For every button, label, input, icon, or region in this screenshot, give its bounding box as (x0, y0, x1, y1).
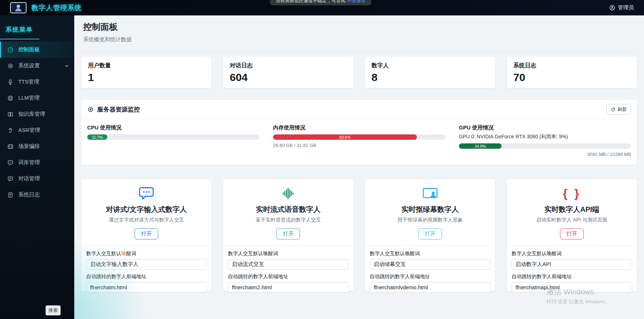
sidebar-item-llm[interactable]: LLM管理 (0, 90, 74, 106)
app-logo (10, 2, 27, 13)
stat-label: 对话日志 (230, 62, 347, 70)
resource-monitor-body: CPU 使用情况 11.7% 内存使用情况 83.6% 26.60 GB / 3… (81, 119, 637, 165)
memory-usage-label: 内存使用情况 (273, 124, 445, 131)
sidebar: 系统菜单 控制面板 系统设置 TTS管理 (0, 15, 74, 319)
memory-usage-percent: 83.6% (339, 135, 351, 139)
sidebar-item-knowledge-base[interactable]: 知识库管理 (0, 106, 74, 122)
memory-usage-column: 内存使用情况 83.6% 26.60 GB / 31.82 GB (273, 124, 445, 157)
frontend-url-label: 自动跳转的数字人前端地址 (512, 273, 632, 280)
wake-word-input[interactable] (228, 259, 348, 270)
frontend-url-input[interactable] (228, 282, 348, 292)
feature-title: 实时数字人API端 (513, 205, 631, 214)
sidebar-item-tts[interactable]: TTS管理 (0, 74, 74, 90)
search-button[interactable]: 搜索 (46, 305, 61, 315)
open-button[interactable]: 打开 (560, 228, 584, 239)
sidebar-item-system-settings[interactable]: 系统设置 (0, 58, 74, 74)
resource-monitor-header: 服务器资源监控 刷新 (81, 100, 637, 119)
stat-value: 604 (230, 71, 347, 84)
feature-card-streaming-voice: 实时流式语音数字人 基于实时语音流的数字人交互 打开 数字人交互默认唤醒词 自动… (223, 179, 353, 291)
gpu-memory-percent: 24.8% (475, 144, 486, 148)
main-content: 控制面板 系统概览和统计数据 用户数量 1 对话日志 604 数字人 8 系统日… (74, 15, 644, 319)
page-subtitle: 系统概览和统计数据 (83, 36, 636, 43)
frontend-url-label: 自动跳转的数字人前端地址 (86, 273, 207, 280)
windows-activation-watermark: 激活 Windows 转到“设置”以激活 Windows。 (546, 287, 610, 305)
sidebar-item-conversations[interactable]: 对话管理 (0, 171, 74, 187)
stat-card-dialog-logs: 对话日志 604 (223, 57, 353, 88)
chat-bubble-dots-icon (138, 186, 155, 201)
feature-card-text-chat: 对讲式/文字输入式数字人 通过文字或对讲方式与数字人交互 打开 数字人交互默认唤… (81, 179, 211, 291)
memory-usage-bar: 83.6% (273, 134, 445, 140)
comment-lines-icon (7, 176, 14, 182)
feature-title: 实时流式语音数字人 (229, 205, 347, 214)
gpu-usage-column: GPU 使用情况 GPU 0: NVIDIA GeForce RTX 3060 … (459, 124, 631, 157)
stat-card-digital-humans: 数字人 8 (365, 57, 495, 88)
frontend-url-input[interactable] (370, 282, 490, 292)
open-button[interactable]: 打开 (276, 228, 300, 239)
frontend-url-label: 自动跳转的数字人前端地址 (370, 273, 490, 280)
frontend-url-input[interactable] (86, 282, 207, 292)
refresh-label: 刷新 (617, 106, 627, 113)
refresh-icon (611, 107, 615, 112)
sidebar-item-label: 场景编排 (18, 143, 40, 150)
audio-waveform-icon (280, 186, 296, 201)
feature-subtitle: 通过文字或对讲方式与数字人交互 (87, 217, 206, 223)
chip-icon (87, 106, 94, 113)
digital-human-avatar-icon (14, 3, 23, 13)
cpu-usage-column: CPU 使用情况 11.7% (87, 124, 259, 157)
gear-icon (7, 63, 14, 69)
stat-card-users: 用户数量 1 (81, 57, 211, 88)
sidebar-item-label: ASR管理 (18, 127, 40, 134)
feature-subtitle: 启动实时数字人 API 与测试页面 (513, 217, 631, 223)
sidebar-item-label: LLM管理 (18, 95, 39, 101)
wake-word-label: 数字人交互默认唤醒词 (370, 251, 490, 257)
page-header: 控制面板 系统概览和统计数据 (81, 15, 637, 52)
resource-monitor-title: 服务器资源监控 (97, 105, 140, 114)
sidebar-item-dashboard[interactable]: 控制面板 (0, 42, 74, 58)
remote-channel-toast: 当前免费远控通道不稳定，可尝试升级通道 (270, 0, 371, 5)
comment-dots-icon (7, 160, 14, 166)
sidebar-item-label: 系统设置 (18, 62, 40, 69)
book-icon (7, 111, 14, 118)
sidebar-item-lexicon[interactable]: 词库管理 (0, 154, 74, 171)
sidebar-heading: 系统菜单 (0, 15, 74, 34)
microphone-icon (7, 79, 14, 85)
sidebar-item-asr[interactable]: ASR管理 (0, 122, 74, 138)
wake-word-label: 数字人交互默认唤醒词 (228, 251, 348, 257)
sidebar-heading-underline (0, 39, 39, 39)
stat-value: 1 (88, 71, 205, 84)
admin-label: 管理员 (618, 4, 634, 11)
screen-person-icon (422, 186, 439, 201)
sidebar-item-label: 对话管理 (18, 175, 40, 182)
toast-text: 当前免费远控通道不稳定，可尝试 (276, 0, 345, 3)
admin-menu[interactable]: 管理员 (609, 4, 634, 11)
resource-monitor-card: 服务器资源监控 刷新 CPU 使用情况 11.7% 内存使用情况 (81, 100, 637, 165)
cpu-usage-bar: 11.7% (87, 134, 259, 140)
wake-word-label: 数字人交互默认唤醒词 (512, 251, 632, 257)
wake-word-input[interactable] (86, 259, 207, 270)
refresh-button[interactable]: 刷新 (606, 104, 631, 115)
gpu-memory-bar: 24.8% (459, 143, 631, 149)
stat-value: 70 (513, 71, 630, 84)
app-title: 数字人管理系统 (32, 3, 82, 13)
feature-title: 实时抠绿幕数字人 (371, 205, 489, 214)
stat-label: 用户数量 (88, 62, 205, 70)
chevron-down-icon (64, 63, 69, 68)
sidebar-item-label: TTS管理 (18, 78, 39, 85)
sidebar-item-label: 控制面板 (18, 46, 40, 53)
watermark-line1: 激活 Windows (546, 287, 610, 297)
cpu-circle-icon (7, 95, 14, 101)
film-icon (7, 143, 14, 150)
feature-title: 对讲式/文字输入式数字人 (87, 205, 206, 214)
sidebar-item-system-logs[interactable]: 系统日志 (0, 187, 74, 203)
curly-braces-icon: { } (563, 187, 581, 200)
open-button[interactable]: 打开 (418, 228, 442, 239)
wake-word-input[interactable] (370, 259, 490, 270)
sidebar-item-scene-orchestration[interactable]: 场景编排 (0, 138, 74, 154)
cpu-usage-percent: 11.7% (92, 135, 103, 139)
user-circle-icon (609, 5, 615, 11)
stat-label: 数字人 (372, 62, 489, 70)
open-button[interactable]: 打开 (135, 228, 158, 239)
upgrade-channel-link[interactable]: 升级通道 (347, 0, 366, 3)
wake-word-input[interactable] (512, 259, 632, 270)
stat-label: 系统日志 (513, 62, 630, 70)
